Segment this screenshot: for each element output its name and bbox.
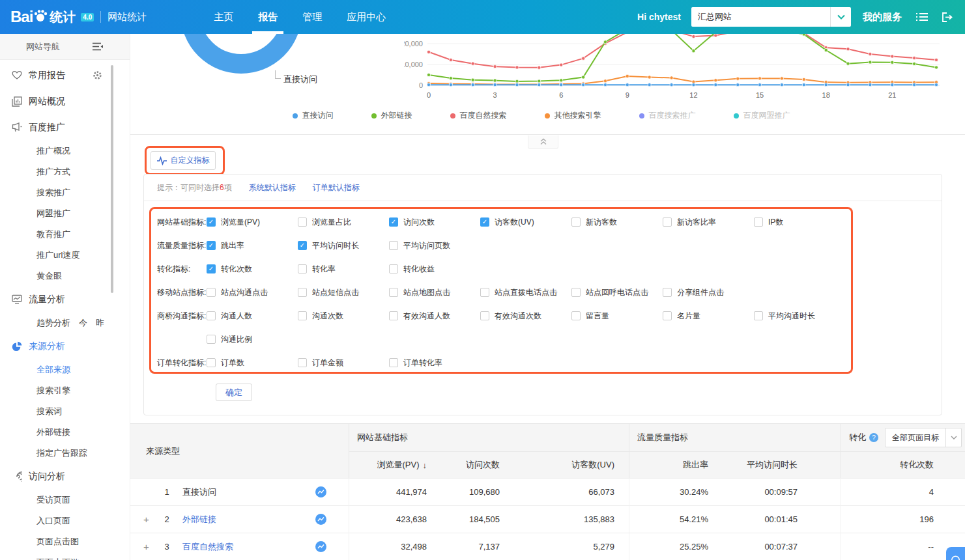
hourly-line-chart[interactable]: 010,00020,000036912151821	[404, 34, 952, 107]
metric-checkbox-item[interactable]: 订单转化率	[389, 351, 442, 374]
checkbox-unchecked[interactable]	[754, 217, 763, 227]
metric-checkbox-item[interactable]: 沟通次数	[298, 304, 343, 328]
metric-checkbox-item[interactable]: ✓访问次数	[389, 210, 435, 234]
site-selector[interactable]: 汇总网站	[691, 7, 851, 27]
table-column-header[interactable]: 跳出率	[629, 451, 713, 478]
trend-chart-icon[interactable]	[315, 486, 326, 497]
legend-item[interactable]: 其他搜索引擎	[545, 110, 601, 121]
table-column-header[interactable]: 浏览量(PV)↓	[349, 451, 432, 478]
checkbox-unchecked[interactable]	[298, 358, 307, 367]
source-name[interactable]: 百度自然搜索	[182, 541, 233, 553]
checkbox-unchecked[interactable]	[298, 288, 307, 297]
legend-item[interactable]: 百度网盟推广	[734, 110, 790, 121]
expand-icon[interactable]: +	[143, 514, 155, 525]
sidebar-item[interactable]: 搜索词	[0, 401, 130, 422]
metric-checkbox-item[interactable]: ✓转化次数	[207, 257, 252, 281]
my-services-link[interactable]: 我的服务	[863, 11, 902, 23]
metric-checkbox-item[interactable]: 站点沟通点击	[207, 281, 268, 304]
checkbox-unchecked[interactable]	[571, 217, 581, 227]
metric-checkbox-item[interactable]: 沟通比例	[207, 328, 252, 351]
source-donut-chart[interactable]	[180, 34, 302, 74]
confirm-button[interactable]: 确定	[216, 384, 252, 401]
metric-checkbox-item[interactable]: 站点短信点击	[298, 281, 359, 304]
metric-checkbox-item[interactable]: 平均访问页数	[389, 234, 450, 257]
metric-checkbox-item[interactable]: ✓跳出率	[207, 234, 244, 257]
metric-checkbox-item[interactable]: IP数	[754, 210, 783, 234]
sort-desc-icon[interactable]: ↓	[423, 460, 427, 470]
sidebar-item[interactable]: 入口页面	[0, 511, 130, 531]
checkbox-unchecked[interactable]	[298, 264, 307, 273]
metric-checkbox-item[interactable]: 转化率	[298, 257, 336, 281]
brand-logo[interactable]: Bai 统计 4.0 网站统计	[0, 8, 147, 26]
checkbox-checked[interactable]: ✓	[207, 264, 216, 273]
checkbox-unchecked[interactable]	[663, 288, 672, 297]
table-column-header[interactable]: 访问次数	[432, 451, 505, 478]
conversion-target-select[interactable]: 全部页面目标	[885, 428, 962, 447]
legend-item[interactable]: 直接访问	[293, 110, 334, 121]
trend-chart-icon[interactable]	[315, 514, 326, 525]
custom-metrics-button[interactable]: 自定义指标	[151, 151, 216, 170]
metric-checkbox-item[interactable]: 分享组件点击	[663, 281, 724, 304]
help-icon[interactable]: ?	[869, 433, 878, 442]
checkbox-unchecked[interactable]	[663, 217, 672, 227]
checkbox-unchecked[interactable]	[207, 358, 216, 367]
metric-checkbox-item[interactable]: 订单金额	[298, 351, 343, 374]
table-column-header[interactable]: 平均访问时长	[713, 451, 841, 478]
metric-checkbox-item[interactable]: ✓访客数(UV)	[480, 210, 534, 234]
gear-icon[interactable]	[93, 70, 102, 82]
table-column-header[interactable]: 转化次数	[841, 451, 965, 478]
metric-checkbox-item[interactable]: 转化收益	[389, 257, 435, 281]
support-icon[interactable]	[950, 555, 961, 560]
metric-checkbox-item[interactable]: 站点回呼电话点击	[571, 281, 648, 304]
sidebar-item-quicklink[interactable]: 今	[79, 317, 87, 329]
nav-item-4[interactable]: 应用中心	[338, 0, 395, 34]
metric-checkbox-item[interactable]: 新访客比率	[663, 210, 716, 234]
sidebar-item[interactable]: 趋势分析今昨	[0, 313, 130, 333]
sidebar-item[interactable]: 页面上下游	[0, 552, 130, 560]
checkbox-checked[interactable]: ✓	[207, 241, 216, 250]
system-default-metrics-link[interactable]: 系统默认指标	[249, 182, 296, 193]
sidebar-item[interactable]: 搜索引擎	[0, 380, 130, 401]
metric-checkbox-item[interactable]: ✓浏览量(PV)	[207, 210, 260, 234]
nav-item-3[interactable]: 管理	[293, 0, 331, 34]
sidebar-item[interactable]: 全部来源	[0, 359, 130, 380]
trend-chart-icon[interactable]	[315, 541, 326, 552]
checkbox-unchecked[interactable]	[571, 311, 581, 320]
checkbox-checked[interactable]: ✓	[480, 217, 489, 227]
metric-checkbox-item[interactable]: 站点直拨电话点击	[480, 281, 557, 304]
metric-checkbox-item[interactable]: ✓平均访问时长	[298, 234, 359, 257]
sidebar-collapse-icon[interactable]	[93, 42, 104, 53]
sidebar-item[interactable]: 页面点击图	[0, 531, 130, 552]
logout-icon[interactable]	[942, 12, 953, 22]
metric-checkbox-item[interactable]: 平均沟通时长	[754, 304, 815, 328]
sidebar-item[interactable]: 指定广告跟踪	[0, 443, 130, 464]
legend-item[interactable]: 百度搜索推广	[639, 110, 696, 121]
expand-icon[interactable]: +	[143, 541, 155, 552]
checkbox-unchecked[interactable]	[663, 311, 672, 320]
metric-checkbox-item[interactable]: 订单数	[207, 351, 244, 374]
checkbox-unchecked[interactable]	[207, 288, 216, 297]
metric-checkbox-item[interactable]: 浏览量占比	[298, 210, 351, 234]
checkbox-unchecked[interactable]	[207, 311, 216, 320]
checkbox-unchecked[interactable]	[389, 241, 398, 250]
metric-checkbox-item[interactable]: 沟通人数	[207, 304, 252, 328]
chevron-down-icon[interactable]	[830, 7, 851, 27]
metric-checkbox-item[interactable]: 名片量	[663, 304, 700, 328]
checkbox-unchecked[interactable]	[389, 288, 398, 297]
nav-item-1[interactable]: 主页	[205, 0, 242, 34]
checkbox-unchecked[interactable]	[298, 311, 307, 320]
metric-checkbox-item[interactable]: 有效沟通次数	[480, 304, 541, 328]
sidebar-item[interactable]: 受访页面	[0, 490, 130, 511]
order-default-metrics-link[interactable]: 订单默认指标	[313, 182, 360, 193]
legend-item[interactable]: 外部链接	[371, 110, 412, 121]
sidebar-scrollbar[interactable]	[111, 65, 113, 293]
chevron-down-icon[interactable]	[945, 428, 961, 447]
legend-item[interactable]: 百度自然搜索	[450, 110, 507, 121]
checkbox-unchecked[interactable]	[754, 311, 763, 320]
sidebar-item[interactable]: 访问分析	[0, 464, 130, 490]
checkbox-unchecked[interactable]	[389, 264, 398, 273]
list-menu-icon[interactable]	[916, 12, 928, 21]
checkbox-unchecked[interactable]	[571, 288, 581, 297]
sidebar-item-quicklink[interactable]: 昨	[96, 317, 104, 329]
checkbox-unchecked[interactable]	[480, 288, 489, 297]
